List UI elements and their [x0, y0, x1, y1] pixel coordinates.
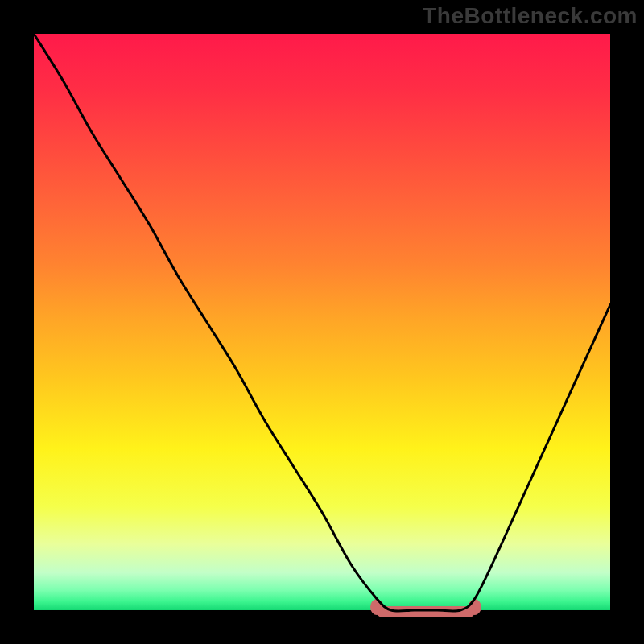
gradient-background	[34, 34, 610, 610]
attribution-watermark: TheBottleneck.com	[423, 3, 638, 29]
sweet-spot-dot-left	[370, 599, 383, 615]
sweet-spot-dot-right	[469, 599, 481, 615]
sweet-spot-bar	[377, 606, 475, 617]
chart-frame: TheBottleneck.com	[0, 0, 644, 644]
bottleneck-chart	[0, 0, 644, 644]
